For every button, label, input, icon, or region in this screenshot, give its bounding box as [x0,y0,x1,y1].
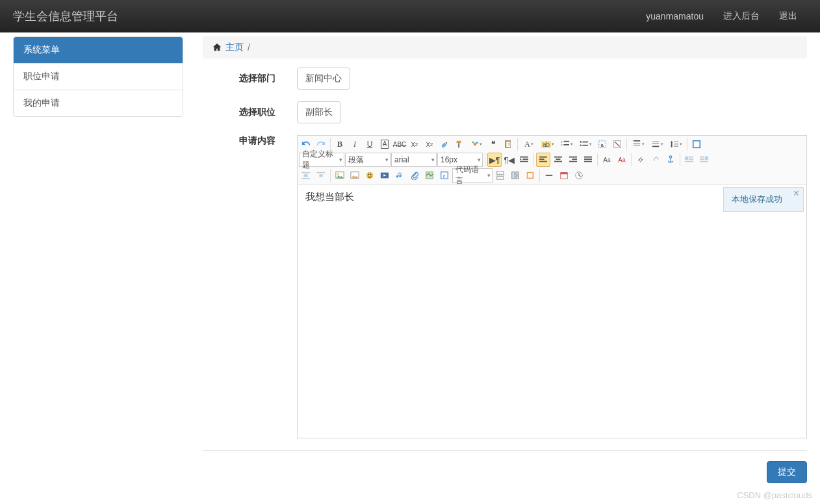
sidebar-item-myapply[interactable]: 我的申请 [14,90,183,116]
svg-rect-56 [316,172,325,173]
bold-icon[interactable]: B [333,137,347,151]
svg-point-10 [580,141,582,143]
select-pos[interactable]: 副部长 [297,101,341,123]
select-customstyle[interactable]: 自定义标题 [299,153,344,167]
insert-frame-icon[interactable]: if [437,168,452,183]
svg-rect-13 [582,145,588,146]
dir-ltr-icon[interactable]: ▶¶ [487,153,502,167]
insert-map-icon[interactable] [422,168,437,183]
backcolor-icon[interactable]: ab▾ [539,137,557,151]
svg-text:T: T [507,142,510,147]
pasteplain-icon[interactable]: T [501,137,515,151]
hr-icon[interactable] [542,168,556,183]
svg-rect-33 [539,158,545,160]
toast-close-icon[interactable]: × [793,188,799,199]
svg-rect-45 [685,157,688,160]
svg-rect-71 [512,172,515,179]
select-dept[interactable]: 新闻中心 [297,68,350,90]
row-spacing-bottom-icon[interactable]: ▾ [648,137,666,151]
attachment-icon[interactable] [407,168,422,183]
select-codelang[interactable]: 代码语言 [452,168,493,183]
svg-rect-7 [563,141,569,142]
remove-format-icon[interactable] [610,137,624,151]
sidebar-item-apply[interactable]: 职位申请 [14,63,183,90]
align-right-icon[interactable] [566,153,580,167]
line-height-icon[interactable]: ▾ [667,137,685,151]
svg-rect-48 [685,161,693,162]
submit-button[interactable]: 提交 [767,461,807,483]
selectall-icon[interactable]: a [595,137,609,151]
italic-icon[interactable]: I [348,137,362,151]
align-justify-icon[interactable] [581,153,595,167]
editor-text: 我想当部长 [305,191,354,202]
svg-text:a: a [600,142,604,148]
strike-icon[interactable]: ABC [392,137,407,151]
svg-rect-73 [516,176,519,179]
underline-icon[interactable]: U [363,137,377,151]
svg-rect-18 [633,140,639,142]
nav-admin[interactable]: 进入后台 [713,10,769,22]
row-spacing-top-icon[interactable]: ▾ [629,137,647,151]
svg-rect-32 [539,157,547,158]
format-brush-icon[interactable] [452,137,467,151]
svg-rect-23 [652,146,658,147]
eraser-icon[interactable] [437,137,452,151]
time-icon[interactable] [572,168,586,183]
blockquote-icon[interactable]: ❝ [486,137,500,151]
select-font[interactable]: arial [391,153,437,167]
svg-point-59 [337,173,339,175]
insert-video-icon[interactable] [378,168,392,183]
align-center-icon[interactable] [551,153,565,167]
svg-rect-75 [528,173,533,178]
img-float-right-icon[interactable] [697,153,711,167]
sidebar-header: 系统菜单 [14,37,183,63]
emoticon-icon[interactable] [363,168,377,183]
anchor-icon[interactable] [663,153,678,167]
ordered-list-icon[interactable]: 12▾ [557,137,576,151]
img-none-icon[interactable] [299,168,313,183]
svg-rect-47 [689,158,693,160]
forecolor-icon[interactable]: A▾ [520,137,538,151]
dir-rtl-icon[interactable]: ¶◀ [502,153,517,167]
select-paragraph[interactable]: 段落 [345,153,391,167]
superscript-icon[interactable]: x2 [407,137,422,151]
autotype-icon[interactable]: ▾ [467,137,485,151]
svg-rect-21 [652,142,658,142]
unlink-icon[interactable] [648,153,663,167]
breadcrumb-home[interactable]: 主页 [225,42,244,53]
nav-user[interactable]: yuanmamatou [636,11,713,21]
img-center-icon[interactable] [314,168,328,183]
font-border-icon[interactable]: A [378,137,392,151]
label-pos: 选择职位 [203,107,297,118]
svg-rect-69 [497,177,504,179]
svg-rect-41 [584,157,592,158]
svg-rect-54 [304,174,308,177]
touppercase-icon[interactable]: Aa [600,153,614,167]
svg-rect-46 [689,157,693,158]
unordered-list-icon[interactable]: ▾ [576,137,595,151]
insert-music-icon[interactable] [392,168,407,183]
sidebar: 系统菜单 职位申请 我的申请 [13,36,183,117]
editor-content[interactable]: 我想当部长 本地保存成功 × [298,184,806,438]
svg-rect-36 [556,158,561,160]
date-icon[interactable] [557,168,571,183]
template-icon[interactable] [508,168,522,183]
pagebreak-icon[interactable] [493,168,507,183]
svg-point-44 [669,156,672,158]
align-left-icon[interactable] [536,153,550,167]
link-icon[interactable] [634,153,648,167]
label-content: 申请内容 [203,135,297,147]
subscript-icon[interactable]: x2 [422,137,437,151]
save-toast: 本地保存成功 × [723,187,804,212]
indent-icon[interactable] [517,153,532,167]
img-float-left-icon[interactable] [682,153,697,167]
svg-rect-72 [516,172,519,175]
top-navbar: 学生会信息管理平台 yuanmamatou 进入后台 退出 [0,0,820,32]
tolowercase-icon[interactable]: Aa [615,153,629,167]
fullscreen-icon[interactable] [689,137,704,151]
nav-logout[interactable]: 退出 [769,10,807,22]
insert-image-icon[interactable] [333,168,347,183]
app-brand: 学生会信息管理平台 [13,8,118,24]
background-icon[interactable] [523,168,537,183]
insert-multi-image-icon[interactable] [348,168,362,183]
